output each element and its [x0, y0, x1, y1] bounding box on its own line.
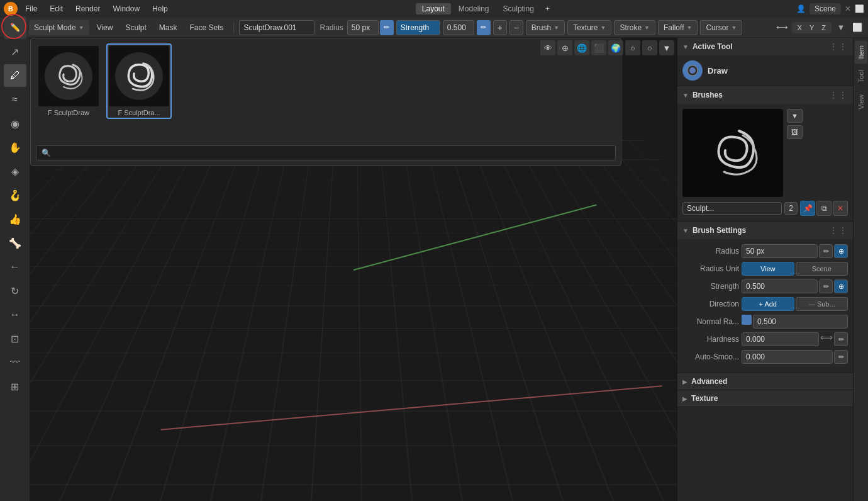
draw-tool-icon[interactable]: 🖊	[4, 64, 26, 87]
grab-tool-icon[interactable]: ✋	[4, 136, 26, 159]
sculpt-mode-dropdown[interactable]: Sculpt Mode ▼	[29, 20, 89, 35]
brush-settings-header[interactable]: ▼ Brush Settings ⋮⋮	[677, 222, 853, 239]
symmetry-icon[interactable]: ⟷	[776, 21, 789, 35]
brush-copy-icon[interactable]: ⧉	[816, 201, 832, 216]
workspace-modeling[interactable]: Modeling	[452, 3, 496, 14]
hardness-edit-btn[interactable]: ✏	[834, 332, 848, 346]
radius-unit-view-btn[interactable]: View	[742, 262, 794, 276]
auto-smooth-edit-btn[interactable]: ✏	[834, 350, 848, 364]
normal-color-swatch[interactable]	[742, 315, 752, 325]
advanced-header[interactable]: ▶ Advanced	[677, 373, 853, 390]
snake-hook-icon[interactable]: 🪝	[4, 184, 26, 206]
viewport[interactable]: F SculptDraw F SculptDra...	[30, 38, 677, 501]
mask-menu[interactable]: Mask	[154, 22, 182, 33]
workspace-layout[interactable]: Layout	[416, 3, 451, 14]
brush-delete-icon[interactable]: ✕	[833, 201, 848, 216]
radius-value[interactable]: 50 px	[347, 20, 379, 35]
strength-setting-value[interactable]: 0.500	[742, 279, 818, 293]
pinch-tool-icon[interactable]: ◉	[4, 112, 26, 135]
direction-sub-btn[interactable]: — Sub...	[796, 297, 849, 311]
brush-name-field[interactable]: SculptDraw.001	[239, 20, 314, 35]
thumb-icon[interactable]: 👍	[4, 208, 26, 230]
sculpt-mode-icon[interactable]: ✏️	[4, 16, 26, 39]
brush-settings-collapse: ▼	[682, 227, 689, 234]
stroke-dropdown[interactable]: Stroke ▼	[614, 20, 655, 35]
add-button[interactable]: +	[493, 20, 507, 35]
elastic-tool-icon[interactable]: ◈	[4, 160, 26, 183]
cursor-dropdown[interactable]: Cursor ▼	[700, 20, 742, 35]
menu-file[interactable]: File	[20, 3, 42, 14]
menu-window[interactable]: Window	[108, 3, 145, 14]
active-tool-name: Draw	[708, 66, 728, 76]
sculpt-menu[interactable]: Sculpt	[120, 22, 151, 33]
active-tool-header[interactable]: ▼ Active Tool ⋮⋮	[677, 38, 853, 55]
camera-options-icon[interactable]: 👁	[540, 40, 555, 55]
rendered-shading-icon[interactable]: ○	[625, 40, 640, 55]
axis-dropdown-icon[interactable]: ▼	[834, 21, 848, 35]
view-menu[interactable]: View	[92, 22, 118, 33]
face-sets-menu[interactable]: Face Sets	[184, 22, 228, 33]
texture-dropdown[interactable]: Texture ▼	[567, 20, 611, 35]
strength-edit-btn-2[interactable]: ⊕	[834, 279, 848, 293]
nudge-icon[interactable]: ←	[4, 256, 26, 278]
multires-icon[interactable]: ⊞	[4, 375, 26, 398]
strength-label[interactable]: Strength	[396, 20, 440, 35]
brush-item-1[interactable]: F SculptDraw	[36, 43, 101, 119]
hardness-value[interactable]: 0.000	[742, 332, 819, 346]
brush-item-2-label: F SculptDra...	[118, 109, 160, 116]
cloth-icon[interactable]: 〰	[4, 351, 26, 374]
normal-ra-group: 0.500	[742, 315, 848, 329]
radius-setting-edit-btn[interactable]: ✏	[819, 244, 833, 258]
auto-smooth-value[interactable]: 0.000	[742, 350, 833, 364]
viewport-shading-icon[interactable]: ⊕	[557, 40, 572, 55]
square-icon[interactable]: ⬜	[850, 21, 864, 35]
brushes-header[interactable]: ▼ Brushes ⋮⋮	[677, 86, 853, 104]
pose-icon[interactable]: 🦴	[4, 232, 26, 254]
brush-dropdown-ctrl[interactable]: ▼	[787, 109, 803, 123]
brush-image-icon[interactable]: 🖼	[787, 125, 803, 139]
brush-dropdown[interactable]: Brush ▼	[526, 20, 565, 35]
overlay-icon[interactable]: 🌐	[574, 40, 589, 55]
menu-help[interactable]: Help	[147, 3, 173, 14]
item-tab[interactable]: Item	[855, 40, 867, 64]
radius-unit-scene-btn[interactable]: Scene	[796, 262, 849, 276]
menu-bar: B File Edit Render Window Help Layout Mo…	[0, 0, 868, 18]
texture-header[interactable]: ▶ Texture	[677, 390, 853, 407]
x-axis-btn[interactable]: X	[794, 23, 805, 32]
falloff-dropdown[interactable]: Falloff ▼	[658, 20, 698, 35]
search-input[interactable]	[55, 149, 610, 157]
strength-value[interactable]: 0.500	[443, 20, 474, 35]
subtract-button[interactable]: −	[509, 20, 523, 35]
view-tab[interactable]: View	[855, 89, 867, 115]
brush-item-2[interactable]: F SculptDra...	[106, 43, 172, 119]
smooth-tool-icon[interactable]: ≈	[4, 88, 26, 111]
workspace-sculpting[interactable]: Sculpting	[497, 3, 540, 14]
boundary-icon[interactable]: ⊡	[4, 327, 26, 350]
slide-relax-icon[interactable]: ↔	[4, 303, 26, 326]
tool-tab[interactable]: Tool	[855, 65, 867, 87]
scene-name[interactable]: Scene	[810, 3, 841, 14]
xray-icon[interactable]: ○	[642, 40, 657, 55]
menu-render[interactable]: Render	[70, 3, 105, 14]
direction-add-btn[interactable]: + Add	[742, 297, 794, 311]
solid-shading-icon[interactable]: ⬛	[591, 40, 606, 55]
shading-dropdown-icon[interactable]: ▼	[659, 40, 674, 55]
brush-item-1-label: F SculptDraw	[48, 109, 89, 116]
strength-edit-icon[interactable]: ✏	[477, 20, 491, 35]
radius-setting-value[interactable]: 50 px	[742, 244, 818, 258]
main-content: ↗ 🖊 ≈ ◉ ✋ ◈ 🪝 👍 🦴 ← ↻ ↔ ⊡ 〰 ⊞	[0, 38, 868, 501]
brush-name-display[interactable]: Sculpt...	[682, 202, 782, 215]
add-workspace-button[interactable]: +	[542, 3, 554, 14]
radius-edit-icon[interactable]: ✏	[380, 20, 394, 35]
rotate-icon[interactable]: ↻	[4, 279, 26, 302]
select-tool-icon[interactable]: ↗	[4, 40, 26, 63]
z-axis-btn[interactable]: Z	[818, 23, 829, 32]
menu-edit[interactable]: Edit	[45, 3, 68, 14]
brush-pin-icon[interactable]: 📌	[800, 201, 815, 216]
radius-setting-extra-btn[interactable]: ⊕	[834, 244, 848, 258]
y-axis-btn[interactable]: Y	[806, 23, 817, 32]
normal-ra-value[interactable]: 0.500	[753, 315, 848, 329]
material-shading-icon[interactable]: 🌍	[608, 40, 623, 55]
active-tool-dots: ⋮⋮	[829, 42, 848, 52]
strength-edit-btn-1[interactable]: ✏	[819, 279, 833, 293]
